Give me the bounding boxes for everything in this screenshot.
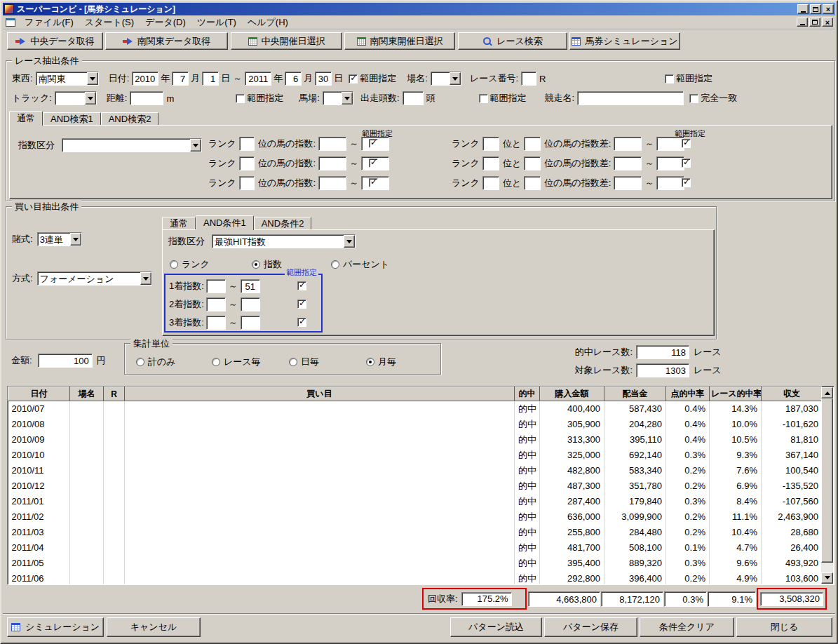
to-month-input[interactable]: 6 <box>285 72 302 86</box>
diff-to-input[interactable] <box>656 156 684 170</box>
index-range-checkbox[interactable] <box>369 178 378 187</box>
menu-tools[interactable]: ツール(T) <box>191 16 242 29</box>
place-select[interactable] <box>431 72 461 86</box>
rank-a-input[interactable] <box>482 176 499 190</box>
clear-all-conditions-button[interactable]: 条件全クリア <box>640 617 734 637</box>
track-select[interactable] <box>55 91 97 105</box>
east-west-select[interactable]: 南関東 <box>36 72 99 86</box>
mdi-child-icon[interactable] <box>6 18 15 27</box>
minamikanto-date-select-button[interactable]: 南関東開催日選択 <box>344 32 455 50</box>
table-row[interactable]: 2010/09的中313,300395,1100.4%10.5%81,810 <box>8 432 823 448</box>
from-month-input[interactable]: 7 <box>172 72 189 86</box>
tab-and-search-1[interactable]: AND検索1 <box>43 112 101 125</box>
tab-normal[interactable]: 通常 <box>162 217 196 229</box>
method-select[interactable]: フォーメーション <box>37 271 152 286</box>
child-minimize-button[interactable] <box>797 18 808 27</box>
bet-index-class-select[interactable]: 最強HIT指数 <box>212 234 356 248</box>
to-day-input[interactable]: 30 <box>315 72 332 86</box>
range-checkbox[interactable] <box>297 281 306 290</box>
menu-help[interactable]: ヘルプ(H) <box>242 16 294 29</box>
radio-total-only[interactable]: 計のみ <box>136 356 176 368</box>
table-row[interactable]: 2011/01的中287,400179,8400.3%8.4%-107,560 <box>8 494 823 509</box>
minamikanto-data-fetch-button[interactable]: 南関東データ取得 <box>105 32 228 50</box>
tab-normal[interactable]: 通常 <box>9 111 43 126</box>
amount-input[interactable]: 100 <box>38 354 93 368</box>
close-window-button[interactable]: 閉じる <box>736 617 832 637</box>
table-row[interactable]: 2011/05的中395,400889,3200.3%9.6%493,920 <box>8 556 823 571</box>
radio-per-day[interactable]: 日毎 <box>289 356 319 368</box>
vertical-scrollbar[interactable] <box>821 387 833 584</box>
minimize-button[interactable] <box>797 4 809 14</box>
radio-rank[interactable]: ランク <box>170 258 210 271</box>
central-data-fetch-button[interactable]: 中央データ取得 <box>7 32 103 50</box>
table-row[interactable]: 2011/02的中636,0003,099,9000.2%11.1%2,463,… <box>8 509 823 525</box>
baba-range-checkbox[interactable] <box>479 94 488 103</box>
index-range-checkbox[interactable] <box>369 159 378 168</box>
index-from-input[interactable] <box>206 316 226 330</box>
pattern-save-button[interactable]: パターン保存 <box>544 617 637 637</box>
index-to-input[interactable] <box>241 316 260 330</box>
to-year-input[interactable]: 2011 <box>245 72 271 86</box>
scroll-down-button[interactable] <box>821 572 833 584</box>
index-from-input[interactable] <box>318 137 346 151</box>
diff-range-checkbox[interactable] <box>682 178 691 187</box>
column-header[interactable]: 日付 <box>8 387 70 401</box>
rank-b-input[interactable] <box>524 156 541 170</box>
from-year-input[interactable]: 2010 <box>132 72 158 86</box>
child-restore-button[interactable] <box>809 18 820 27</box>
diff-from-input[interactable] <box>614 137 642 151</box>
menu-start[interactable]: スタート(S) <box>79 16 140 29</box>
tab-and-search-2[interactable]: AND検索2 <box>101 112 159 125</box>
column-header[interactable]: 買い目 <box>125 387 515 401</box>
ticket-simulation-button[interactable]: 馬券シミュレーション <box>569 32 680 50</box>
diff-from-input[interactable] <box>614 156 642 170</box>
index-to-input[interactable] <box>241 297 260 311</box>
rank-b-input[interactable] <box>524 137 541 151</box>
place-range-checkbox[interactable] <box>665 74 674 83</box>
table-row[interactable]: 2011/03的中255,800284,4800.2%10.4%28,680 <box>8 525 823 540</box>
range-checkbox[interactable] <box>297 318 306 327</box>
exact-match-checkbox[interactable] <box>689 94 698 103</box>
heads-input[interactable] <box>403 91 424 105</box>
diff-to-input[interactable] <box>656 176 684 190</box>
race-name-input[interactable] <box>577 91 684 105</box>
table-row[interactable]: 2010/11的中482,800583,3400.2%7.6%100,540 <box>8 463 823 478</box>
table-row[interactable]: 2010/10的中325,000692,1400.3%9.3%367,140 <box>8 448 823 463</box>
race-number-input[interactable] <box>521 72 536 86</box>
column-header[interactable]: 場名 <box>70 387 104 401</box>
range-checkbox[interactable] <box>297 300 306 309</box>
diff-range-checkbox[interactable] <box>682 159 691 168</box>
menu-data[interactable]: データ(D) <box>140 16 191 29</box>
close-button[interactable]: × <box>823 4 834 14</box>
column-header[interactable]: 購入金額 <box>540 387 604 401</box>
diff-to-input[interactable] <box>656 137 684 151</box>
column-header[interactable]: 配当金 <box>604 387 666 401</box>
index-from-input[interactable] <box>318 156 346 170</box>
bet-type-select[interactable]: 3連単 <box>37 232 82 246</box>
scrollbar-thumb[interactable] <box>821 398 833 563</box>
radio-index[interactable]: 指数 <box>252 258 282 271</box>
menu-file[interactable]: ファイル(F) <box>19 16 79 29</box>
distance-input[interactable] <box>130 91 163 105</box>
scroll-up-button[interactable] <box>821 387 833 398</box>
tab-and-condition-1[interactable]: AND条件1 <box>196 215 254 230</box>
diff-range-checkbox[interactable] <box>682 139 691 148</box>
rank-a-input[interactable] <box>482 137 499 151</box>
column-header[interactable]: 収支 <box>762 387 823 401</box>
index-range-checkbox[interactable] <box>369 139 378 148</box>
radio-per-month[interactable]: 月毎 <box>366 356 396 368</box>
cancel-button[interactable]: キャンセル <box>107 617 201 637</box>
radio-per-race[interactable]: レース毎 <box>212 356 261 368</box>
column-header[interactable]: レース的中率 <box>710 387 762 401</box>
index-from-input[interactable] <box>206 279 226 293</box>
table-row[interactable]: 2011/06的中292,800396,4000.2%4.9%103,600 <box>8 571 823 586</box>
baba-select[interactable] <box>323 91 353 105</box>
table-row[interactable]: 2011/04的中481,700508,1000.1%4.7%26,400 <box>8 540 823 556</box>
rank-a-input[interactable] <box>482 156 499 170</box>
date-range-checkbox[interactable] <box>349 74 358 83</box>
table-row[interactable]: 2010/12的中487,300351,7800.2%6.9%-135,520 <box>8 478 823 494</box>
race-search-button[interactable]: レース検索 <box>458 32 567 50</box>
radio-percent[interactable]: パーセント <box>331 258 389 271</box>
index-to-input[interactable]: 51 <box>241 279 260 293</box>
index-from-input[interactable] <box>206 297 226 311</box>
